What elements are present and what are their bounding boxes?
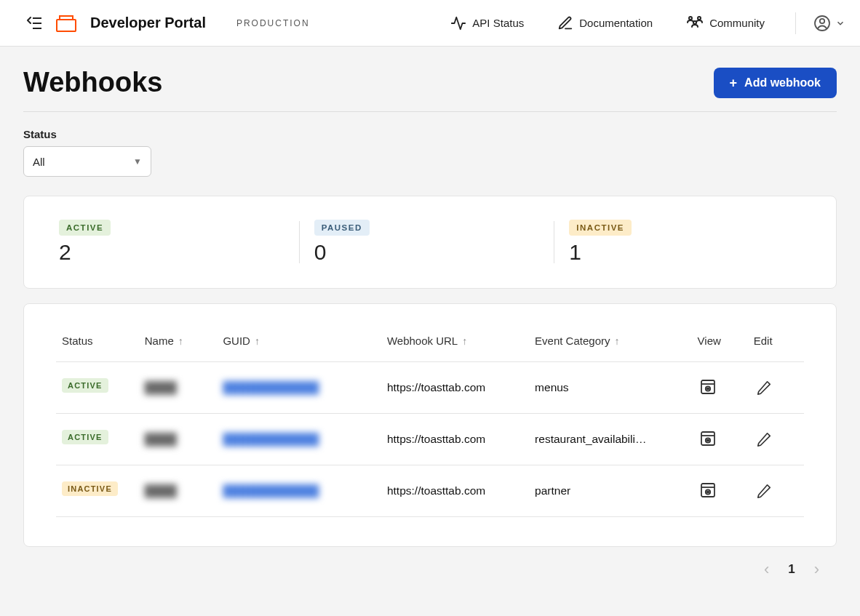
col-header-view: View <box>692 320 748 362</box>
webhooks-table-card: Status Name↑ GUID↑ Webhook URL↑ Event Ca… <box>23 303 837 547</box>
chevron-down-icon <box>835 18 845 28</box>
svg-rect-3 <box>57 20 76 31</box>
stat-paused: PAUSED 0 <box>300 220 555 265</box>
community-icon <box>686 15 704 31</box>
brand-title: Developer Portal <box>90 15 206 31</box>
svg-point-9 <box>820 18 824 23</box>
page-title: Webhooks <box>23 67 162 98</box>
status-badge: INACTIVE <box>62 481 118 496</box>
page-prev-button[interactable]: ‹ <box>764 560 769 579</box>
inactive-count: 1 <box>569 240 810 265</box>
webhook-url: https://toasttab.com <box>387 381 485 393</box>
nav-community[interactable]: Community <box>676 9 775 37</box>
view-button[interactable] <box>698 428 718 449</box>
view-button[interactable] <box>698 377 718 397</box>
table-row: ACTIVE████████████████https://toasttab.c… <box>56 362 804 414</box>
menu-collapse-icon[interactable] <box>26 17 42 30</box>
status-badge: ACTIVE <box>62 378 108 393</box>
col-header-url[interactable]: Webhook URL↑ <box>381 320 529 362</box>
plus-icon: + <box>730 76 738 89</box>
stat-inactive: INACTIVE 1 <box>554 220 810 265</box>
col-header-name[interactable]: Name↑ <box>139 320 218 362</box>
col-header-edit: Edit <box>748 320 804 362</box>
page-next-button[interactable]: › <box>814 560 819 579</box>
view-button[interactable] <box>698 480 718 500</box>
pagination: ‹ 1 › <box>23 547 837 586</box>
nav-api-status[interactable]: API Status <box>440 9 534 37</box>
webhook-name-redacted: ████ <box>145 381 177 393</box>
svg-point-6 <box>698 17 701 20</box>
webhook-category: menus <box>535 381 569 393</box>
webhook-name-redacted: ████ <box>145 484 177 497</box>
user-icon <box>813 15 831 32</box>
paused-badge: PAUSED <box>314 220 370 236</box>
add-webhook-button[interactable]: + Add webhook <box>714 68 837 98</box>
sort-arrow-icon: ↑ <box>462 335 467 347</box>
inactive-badge: INACTIVE <box>569 220 632 236</box>
table-row: INACTIVE████████████████https://toasttab… <box>56 465 804 517</box>
svg-point-17 <box>706 439 708 441</box>
page-number: 1 <box>788 562 795 577</box>
svg-point-21 <box>706 491 708 492</box>
col-header-status[interactable]: Status <box>56 320 139 362</box>
environment-badge: PRODUCTION <box>236 18 310 28</box>
status-filter-select[interactable]: All ▼ <box>23 146 151 177</box>
edit-button[interactable] <box>754 429 774 449</box>
stats-card: ACTIVE 2 PAUSED 0 INACTIVE 1 <box>23 196 837 289</box>
table-row: ACTIVE████████████████https://toasttab.c… <box>56 414 804 465</box>
webhook-guid-redacted: ████████████ <box>223 433 319 445</box>
status-badge: ACTIVE <box>62 430 108 444</box>
divider <box>23 111 837 112</box>
activity-icon <box>450 15 466 31</box>
status-filter-label: Status <box>23 128 837 140</box>
svg-point-5 <box>689 17 692 20</box>
webhook-name-redacted: ████ <box>145 433 177 445</box>
active-badge: ACTIVE <box>59 220 111 236</box>
page: Webhooks + Add webhook Status All ▼ ACTI… <box>0 47 860 586</box>
col-header-guid[interactable]: GUID↑ <box>217 320 381 362</box>
edit-button[interactable] <box>754 377 774 398</box>
sort-arrow-icon: ↑ <box>255 335 260 347</box>
documentation-icon <box>557 15 573 31</box>
brand-icon <box>55 14 77 33</box>
page-header: Webhooks + Add webhook <box>23 67 837 98</box>
user-menu[interactable] <box>813 15 845 32</box>
webhook-url: https://toasttab.com <box>387 484 485 497</box>
paused-count: 0 <box>314 240 555 265</box>
edit-button[interactable] <box>754 481 774 501</box>
webhooks-table: Status Name↑ GUID↑ Webhook URL↑ Event Ca… <box>56 320 804 517</box>
svg-point-13 <box>706 388 708 389</box>
topbar: Developer Portal PRODUCTION API Status D… <box>0 0 860 47</box>
col-header-category[interactable]: Event Category↑ <box>529 320 691 362</box>
webhook-guid-redacted: ████████████ <box>223 381 319 393</box>
nav-documentation[interactable]: Documentation <box>547 9 663 37</box>
webhook-url: https://toasttab.com <box>387 433 485 445</box>
webhook-category: restaurant_availabili… <box>535 433 646 445</box>
active-count: 2 <box>59 240 300 265</box>
sort-arrow-icon: ↑ <box>178 335 183 347</box>
sort-arrow-icon: ↑ <box>614 335 619 347</box>
stat-active: ACTIVE 2 <box>50 220 300 265</box>
webhook-guid-redacted: ████████████ <box>223 484 319 497</box>
nav-separator <box>795 12 796 34</box>
caret-down-icon: ▼ <box>133 156 142 167</box>
webhook-category: partner <box>535 484 570 497</box>
